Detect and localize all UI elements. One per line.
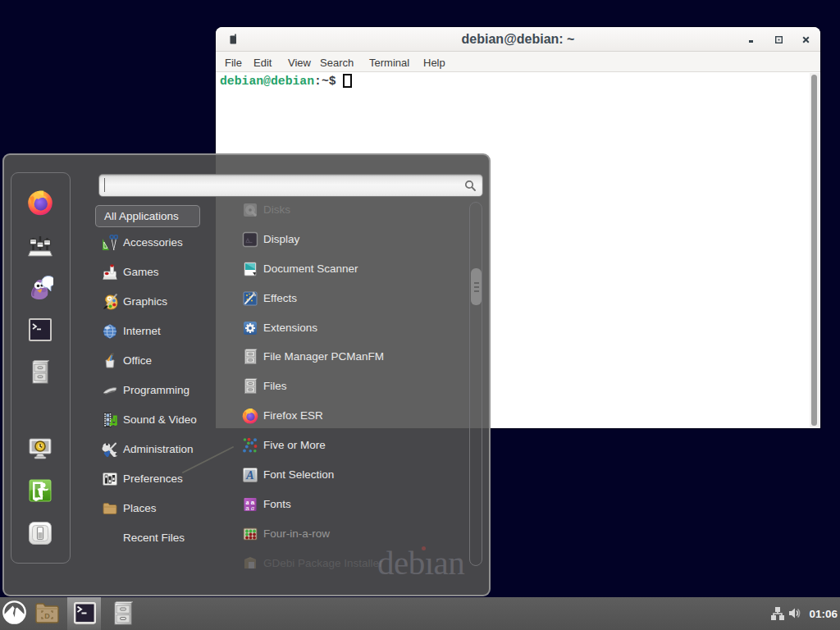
svg-text:a: a: [245, 504, 249, 512]
svg-text:A: A: [245, 469, 253, 482]
svg-text:D: D: [44, 612, 50, 620]
svg-text:a: a: [251, 504, 254, 512]
